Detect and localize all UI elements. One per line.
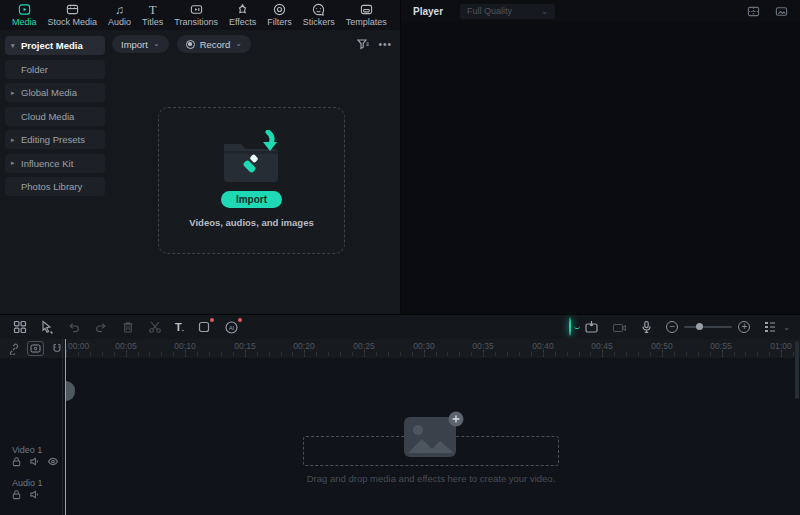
media-browser-grid-icon[interactable] [13, 320, 27, 334]
sidebar-item-label: Cloud Media [21, 111, 74, 122]
stock-media-icon [66, 3, 79, 16]
sidebar-item-folder[interactable]: Folder [5, 60, 105, 79]
caret-right-icon: ▸ [11, 159, 21, 167]
stickers-icon [312, 3, 325, 16]
caret-down-icon: ⌄ [153, 39, 160, 48]
track-panel-handle[interactable] [66, 381, 75, 401]
split-screen-icon[interactable] [747, 5, 760, 18]
tab-label: Effects [229, 18, 256, 27]
import-button[interactable]: Import [221, 191, 282, 208]
microphone-icon[interactable] [640, 320, 653, 334]
tab-transitions[interactable]: Transitions [174, 3, 218, 27]
ai-copilot-icon[interactable] [569, 318, 571, 336]
ai-tools-icon[interactable]: AI [224, 320, 239, 335]
media-icon [18, 3, 31, 16]
caret-right-icon: ▸ [11, 136, 21, 144]
dropzone-caption: Videos, audios, and images [189, 217, 313, 228]
redo-icon[interactable] [94, 320, 108, 334]
sidebar-item-global-media[interactable]: ▸ Global Media [5, 83, 105, 102]
caret-down-icon: ▾ [11, 42, 21, 50]
tab-stickers[interactable]: Stickers [303, 3, 335, 27]
tab-templates[interactable]: Templates [346, 3, 387, 27]
mute-track-icon[interactable] [29, 456, 40, 467]
ruler-minor-ticks [66, 352, 794, 356]
select-tool-icon[interactable] [40, 320, 54, 334]
svg-text:AI: AI [229, 324, 235, 330]
sidebar-item-editing-presets[interactable]: ▸ Editing Presets [5, 130, 105, 149]
audio-icon: ♫ [115, 3, 124, 16]
caret-down-icon: ⌄ [235, 39, 242, 48]
tab-label: Titles [142, 18, 163, 27]
tab-label: Transitions [174, 18, 218, 27]
media-sidebar: ▾ Project Media Folder ▸ Global Media Cl… [5, 36, 105, 201]
sidebar-item-influence-kit[interactable]: ▸ Influence Kit [5, 154, 105, 173]
tab-label: Media [12, 18, 37, 27]
effects-icon [236, 3, 249, 16]
caret-down-icon[interactable]: ⌄ [783, 323, 790, 332]
sidebar-item-label: Photos Library [21, 181, 82, 192]
filters-icon [273, 3, 286, 16]
player-panel: Player Full Quality ⌄ 00:00:00:00 / 00:0… [401, 0, 800, 314]
sidebar-item-label: Project Media [21, 40, 83, 51]
tab-filters[interactable]: Filters [267, 3, 292, 27]
lock-track-icon[interactable] [11, 489, 22, 500]
add-to-timeline-icon[interactable] [584, 320, 599, 334]
media-library-panel: Media Stock Media ♫ Audio T Titles Trans… [0, 0, 400, 314]
tab-audio[interactable]: ♫ Audio [108, 3, 131, 27]
templates-icon [360, 3, 373, 16]
tab-effects[interactable]: Effects [229, 3, 256, 27]
timeline-drop-caption: Drag and drop media and effects here to … [62, 473, 800, 484]
sidebar-item-label: Editing Presets [21, 134, 85, 145]
library-header: Import ⌄ Record ⌄ ••• [112, 34, 392, 54]
import-dropdown-button[interactable]: Import ⌄ [112, 35, 169, 53]
sidebar-item-cloud-media[interactable]: Cloud Media [5, 107, 105, 126]
more-options-icon[interactable]: ••• [378, 39, 392, 50]
record-dropdown-button[interactable]: Record ⌄ [177, 35, 251, 53]
tab-label: Audio [108, 18, 131, 27]
timeline-zoom-slider[interactable] [684, 326, 732, 328]
playhead[interactable] [65, 339, 66, 515]
sidebar-item-photos-library[interactable]: Photos Library [5, 177, 105, 196]
link-clips-icon[interactable] [8, 343, 20, 355]
hide-track-eye-icon[interactable] [47, 456, 59, 467]
record-screen-icon[interactable] [612, 321, 627, 334]
titles-icon: T [149, 3, 157, 16]
tab-titles[interactable]: T Titles [142, 3, 163, 27]
import-folder-icon [216, 130, 288, 186]
split-scissors-icon[interactable] [148, 320, 162, 334]
undo-icon[interactable] [67, 320, 81, 334]
player-title: Player [413, 6, 443, 17]
sidebar-item-project-media[interactable]: ▾ Project Media [5, 36, 105, 55]
new-feature-dot [210, 318, 214, 322]
mute-track-icon[interactable] [29, 489, 40, 500]
timeline-ruler[interactable]: 00:00 00:05 00:10 00:15 00:20 00:25 00:3… [0, 339, 800, 358]
text-tool-icon[interactable]: T. [175, 321, 184, 333]
new-feature-dot [238, 318, 242, 322]
preview-window-icon[interactable] [775, 5, 788, 18]
timeline-panel: T. AI − + ⌄ [0, 315, 800, 515]
timeline-scrollbar[interactable] [795, 341, 799, 399]
quality-dropdown[interactable]: Full Quality ⌄ [460, 4, 555, 19]
tab-label: Filters [267, 18, 292, 27]
delete-icon[interactable] [121, 320, 135, 334]
transitions-icon [190, 3, 203, 16]
track-header-divider [62, 339, 63, 515]
lock-track-icon[interactable] [11, 456, 22, 467]
zoom-in-button[interactable]: + [738, 321, 750, 333]
tab-stock-media[interactable]: Stock Media [48, 3, 98, 27]
filter-sort-icon[interactable] [356, 37, 370, 51]
zoom-slider-thumb[interactable] [696, 323, 703, 330]
auto-ripple-button[interactable] [27, 341, 44, 356]
sidebar-item-label: Folder [21, 64, 48, 75]
zoom-out-button[interactable]: − [666, 321, 678, 333]
tab-label: Stock Media [48, 18, 98, 27]
mask-crop-icon[interactable] [197, 320, 211, 334]
caret-right-icon: ▸ [11, 89, 21, 97]
media-import-dropzone[interactable]: Import Videos, audios, and images [158, 107, 345, 254]
tab-label: Templates [346, 18, 387, 27]
sidebar-item-label: Influence Kit [21, 158, 73, 169]
media-tabbar: Media Stock Media ♫ Audio T Titles Trans… [0, 0, 400, 30]
tab-media[interactable]: Media [12, 3, 37, 27]
track-manager-icon[interactable] [763, 320, 777, 334]
video-track-label: Video 1 [12, 445, 42, 455]
